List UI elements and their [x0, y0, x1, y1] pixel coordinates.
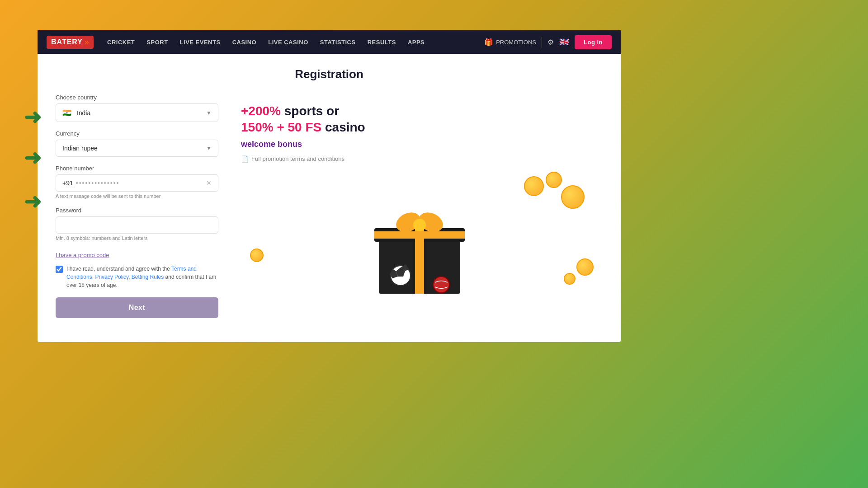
promotions-label: PROMOTIONS: [496, 39, 536, 46]
currency-select[interactable]: Indian rupee ▼: [56, 140, 218, 157]
promo-terms-link[interactable]: 📄 Full promotion terms and conditions: [241, 155, 598, 163]
country-flag: 🇮🇳 India: [62, 108, 90, 117]
navbar: BATERY » CRICKET SPORT LIVE EVENTS CASIN…: [38, 30, 621, 54]
coin-6: [564, 273, 576, 285]
arrow-icon-1: ➜: [24, 107, 42, 127]
content-area: Registration ➜ Choose country 🇮🇳 India: [38, 54, 621, 332]
password-field-group: Password Min. 8 symbols: numbers and Lat…: [56, 207, 218, 241]
svg-rect-7: [415, 239, 424, 294]
arrow-3: ➜: [24, 191, 42, 212]
logo-text: BATERY: [51, 38, 83, 46]
logo-arrow-icon: »: [85, 38, 89, 47]
form-column: ➜ Choose country 🇮🇳 India ▼ ➜: [56, 94, 218, 318]
arrow-icon-2: ➜: [24, 147, 42, 168]
nav-item-cricket[interactable]: CRICKET: [103, 36, 139, 48]
phone-hint: A text message code will be sent to this…: [56, 193, 218, 199]
settings-icon[interactable]: ⚙: [547, 38, 554, 47]
currency-value: Indian rupee: [62, 145, 98, 152]
next-button[interactable]: Next: [56, 297, 218, 318]
terms-checkbox[interactable]: [56, 266, 63, 273]
country-value: India: [77, 109, 90, 117]
arrow-1: ➜: [24, 107, 42, 127]
gift-area: [241, 172, 598, 298]
bonus-headline: +200% sports or 150% + 50 FS casino: [241, 103, 598, 136]
nav-item-sport[interactable]: SPORT: [142, 36, 172, 48]
password-input[interactable]: [56, 216, 218, 234]
arrow-2: ➜: [24, 147, 42, 168]
coin-2: [546, 172, 562, 188]
logo[interactable]: BATERY »: [47, 36, 94, 49]
phone-label: Phone number: [56, 165, 218, 172]
terms-row: I have read, understand and agree with t…: [56, 265, 218, 289]
nav-item-statistics[interactable]: STATISTICS: [316, 36, 360, 48]
language-flag-icon[interactable]: 🇬🇧: [559, 37, 569, 47]
phone-field-group: Phone number +91 •••••••••••••• ✕ A text…: [56, 165, 218, 199]
login-button[interactable]: Log in: [575, 35, 612, 49]
currency-field-group: Currency Indian rupee ▼: [56, 130, 218, 157]
gift-icon: 🎁: [484, 38, 493, 47]
svg-point-6: [413, 219, 426, 231]
bonus-sports-text: sports or: [281, 104, 339, 118]
coin-1: [524, 176, 544, 196]
svg-rect-3: [374, 231, 465, 239]
phone-number-value: ••••••••••••••: [76, 179, 206, 187]
arrow-icon-3: ➜: [24, 191, 42, 212]
registration-layout: ➜ Choose country 🇮🇳 India ▼ ➜: [56, 94, 603, 318]
nav-item-live-casino[interactable]: LIVE CASINO: [264, 36, 313, 48]
promo-code-link[interactable]: I have a promo code: [56, 252, 109, 258]
chevron-down-icon: ▼: [206, 110, 212, 116]
page-title: Registration: [56, 67, 603, 81]
terms-link-2[interactable]: Privacy Policy: [95, 274, 128, 280]
nav-item-apps[interactable]: APPS: [403, 36, 429, 48]
nav-divider: [542, 37, 542, 47]
document-icon: 📄: [241, 155, 249, 163]
bonus-150-text: 150% +: [241, 120, 288, 134]
svg-point-12: [433, 277, 449, 293]
gift-box: [370, 190, 469, 298]
promo-terms-label: Full promotion terms and conditions: [251, 155, 344, 162]
terms-mid2: ,: [128, 274, 132, 280]
india-flag-icon: 🇮🇳: [62, 109, 71, 117]
main-wrapper: BATERY » CRICKET SPORT LIVE EVENTS CASIN…: [38, 30, 621, 342]
clear-phone-icon[interactable]: ✕: [206, 179, 212, 187]
phone-country-code: +91: [62, 179, 73, 187]
nav-items: CRICKET SPORT LIVE EVENTS CASINO LIVE CA…: [103, 36, 481, 48]
terms-link-3[interactable]: Betting Rules: [132, 274, 164, 280]
coin-3: [561, 185, 585, 209]
promotions-button[interactable]: 🎁 PROMOTIONS: [484, 38, 536, 47]
bonus-fs-text: 50 FS: [288, 120, 322, 134]
terms-text: I have read, understand and agree with t…: [66, 265, 218, 289]
nav-item-results[interactable]: RESULTS: [363, 36, 401, 48]
country-field-group: Choose country 🇮🇳 India ▼: [56, 94, 218, 122]
coin-4: [250, 249, 264, 262]
nav-item-live-events[interactable]: LIVE EVENTS: [175, 36, 225, 48]
terms-prefix: I have read, understand and agree with t…: [66, 266, 171, 272]
nav-item-casino[interactable]: CASINO: [228, 36, 261, 48]
phone-input-wrapper[interactable]: +91 •••••••••••••• ✕: [56, 174, 218, 192]
bonus-casino-text: casino: [321, 120, 365, 134]
gift-box-svg: [370, 190, 469, 298]
country-label: Choose country: [56, 94, 218, 101]
nav-right: 🎁 PROMOTIONS ⚙ 🇬🇧 Log in: [484, 35, 612, 49]
bonus-column: +200% sports or 150% + 50 FS casino welc…: [236, 94, 603, 318]
password-hint: Min. 8 symbols: numbers and Latin letter…: [56, 235, 218, 241]
coin-5: [576, 258, 594, 276]
currency-label: Currency: [56, 130, 218, 137]
bonus-subtext: welcome bonus: [241, 140, 598, 149]
password-label: Password: [56, 207, 218, 214]
bonus-200-text: +200%: [241, 104, 281, 118]
chevron-down-icon-2: ▼: [206, 145, 212, 151]
country-select[interactable]: 🇮🇳 India ▼: [56, 103, 218, 122]
